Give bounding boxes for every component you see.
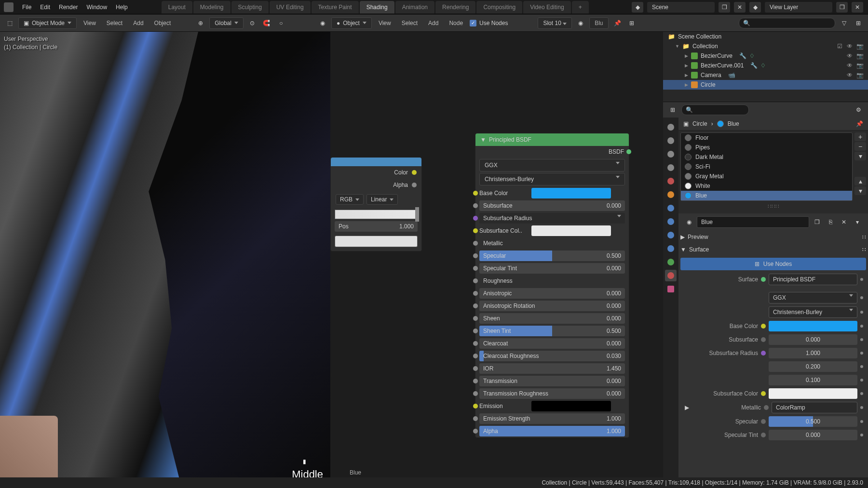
tab-material-icon[interactable] — [665, 270, 677, 281]
subsurface-slider[interactable]: Subsurface0.000 — [479, 200, 625, 211]
viewlayer-name-field[interactable]: View Layer — [765, 2, 832, 13]
properties-type-icon[interactable]: ⊞ — [667, 105, 678, 115]
material-name-field[interactable]: Blu — [589, 17, 609, 29]
outliner-item[interactable]: ▶Camera📹👁📷 — [663, 70, 868, 80]
anisotropic-rot-slider[interactable]: Anisotropic Rotation0.000 — [479, 301, 625, 311]
tab-sculpting[interactable]: Sculpting — [231, 1, 269, 13]
tab-render-icon[interactable] — [665, 121, 677, 133]
animate-icon[interactable] — [860, 278, 863, 281]
tab-world-icon[interactable] — [665, 175, 677, 187]
disclosure-icon[interactable]: ▶ — [685, 82, 688, 87]
socket-icon[interactable] — [761, 277, 766, 282]
add-menu-3d[interactable]: Add — [129, 18, 147, 28]
socket-icon[interactable] — [473, 228, 478, 233]
tab-scene-icon[interactable] — [665, 162, 677, 173]
sss-color-swatch[interactable] — [531, 225, 611, 236]
socket-icon[interactable] — [473, 429, 478, 434]
ssr-x-slider[interactable]: 1.000 — [769, 348, 857, 358]
specular-tint-slider[interactable]: Specular Tint0.000 — [479, 263, 625, 274]
colorramp-position-slider[interactable]: Pos1.000 — [335, 221, 418, 232]
outliner-collection[interactable]: ▼📁Collection☑👁📷 — [663, 41, 868, 51]
delete-viewlayer-icon[interactable]: ✕ — [852, 2, 863, 13]
eye-icon[interactable]: 👁 — [847, 72, 854, 79]
material-slot-item[interactable]: Pipes — [681, 143, 852, 152]
add-menu-node[interactable]: Add — [424, 18, 442, 28]
clearcoat-slider[interactable]: Clearcoat0.000 — [479, 338, 625, 349]
socket-icon[interactable] — [764, 405, 769, 410]
orientation-dropdown[interactable]: Global — [209, 17, 244, 29]
sheen-slider[interactable]: Sheen0.000 — [479, 313, 625, 324]
add-slot-button[interactable]: + — [854, 132, 866, 141]
camera-icon[interactable]: 📷 — [856, 72, 863, 79]
material-browse-icon[interactable]: ◉ — [683, 217, 695, 227]
tab-layout[interactable]: Layout — [162, 1, 192, 13]
new-material-icon[interactable]: ❐ — [811, 217, 823, 227]
tab-constraints-icon[interactable] — [665, 243, 677, 254]
new-collection-icon[interactable]: ⊞ — [853, 18, 864, 28]
socket-icon[interactable] — [473, 303, 478, 308]
ior-slider[interactable]: IOR1.450 — [479, 363, 625, 374]
sheen-tint-slider[interactable]: Sheen Tint0.500 — [479, 326, 625, 336]
output-color-socket[interactable]: Color — [331, 166, 421, 179]
viewport-3d[interactable]: User Perspective (1) Collection | Circle… — [0, 32, 330, 488]
disclosure-icon[interactable]: ▶ — [685, 53, 688, 58]
snap-icon[interactable]: 🧲 — [261, 18, 272, 28]
outliner-item-selected[interactable]: ▶Circle — [663, 80, 868, 90]
material-slot-dropdown[interactable]: Slot 10 — [538, 17, 572, 29]
remove-slot-button[interactable]: − — [854, 142, 866, 151]
new-viewlayer-icon[interactable]: ❐ — [836, 2, 848, 13]
transmission-rough-slider[interactable]: Transmission Roughness0.000 — [479, 388, 625, 399]
animate-icon[interactable] — [860, 420, 863, 423]
camera-icon[interactable]: 📷 — [856, 43, 863, 50]
socket-icon[interactable] — [473, 191, 478, 196]
scene-browse-icon[interactable]: ◆ — [632, 2, 643, 13]
view-menu-3d[interactable]: View — [80, 18, 100, 28]
animate-icon[interactable] — [860, 434, 863, 436]
material-slot-item[interactable]: Dark Metal — [681, 152, 852, 162]
material-specials-icon[interactable]: ▾ — [852, 217, 863, 227]
animate-icon[interactable] — [860, 379, 863, 382]
animate-icon[interactable] — [860, 365, 863, 368]
properties-search-input[interactable]: 🔍 — [681, 105, 749, 115]
outliner[interactable]: 📁Scene Collection ▼📁Collection☑👁📷 ▶Bezie… — [663, 32, 868, 102]
eye-icon[interactable]: 👁 — [847, 43, 854, 50]
subsurface-radius-dropdown[interactable]: Subsurface Radius — [479, 213, 625, 224]
socket-shader-icon[interactable] — [626, 149, 631, 154]
tab-uv-editing[interactable]: UV Editing — [270, 1, 311, 13]
pin-icon[interactable]: 📌 — [611, 18, 623, 28]
output-bsdf-socket[interactable]: BSDF — [475, 146, 629, 158]
base-color-swatch[interactable] — [531, 188, 611, 198]
clearcoat-rough-slider[interactable]: Clearcoat Roughness0.030 — [479, 351, 625, 361]
tab-animation[interactable]: Animation — [395, 1, 434, 13]
options-icon[interactable]: ⚙ — [853, 105, 864, 115]
disclosure-icon[interactable]: ▶ — [683, 404, 690, 411]
tab-modifiers-icon[interactable] — [665, 202, 677, 214]
tab-rendering[interactable]: Rendering — [435, 1, 475, 13]
tab-texture-icon[interactable] — [665, 283, 677, 295]
preview-panel-header[interactable]: ▶Preview∷ — [678, 231, 868, 243]
surface-panel-header[interactable]: ▼Surface∷ — [678, 243, 868, 256]
new-scene-icon[interactable]: ❐ — [719, 2, 730, 13]
node-header[interactable] — [331, 158, 421, 166]
material-slot-item[interactable]: Sci-Fi — [681, 162, 852, 171]
node-menu[interactable]: Node — [445, 18, 467, 28]
object-menu-3d[interactable]: Object — [150, 18, 175, 28]
socket-icon[interactable] — [473, 253, 478, 258]
outliner-search-input[interactable]: 🔍 — [739, 18, 835, 28]
drag-icon[interactable]: ∷ — [862, 234, 866, 240]
material-browse-icon[interactable]: ◉ — [575, 18, 586, 28]
colorramp-gradient[interactable] — [335, 210, 418, 219]
tab-data-icon[interactable] — [665, 256, 677, 268]
socket-icon[interactable] — [473, 291, 478, 296]
tab-modeling[interactable]: Modeling — [193, 1, 231, 13]
anisotropic-slider[interactable]: Anisotropic0.000 — [479, 288, 625, 299]
scene-name-field[interactable]: Scene — [647, 2, 715, 13]
specular-slider[interactable]: 0.500 — [769, 416, 857, 427]
animate-icon[interactable] — [860, 392, 863, 395]
animate-icon[interactable] — [860, 406, 863, 409]
principled-bsdf-node[interactable]: ▼Principled BSDF BSDF GGX Christensen-Bu… — [475, 133, 629, 438]
modifier-icon[interactable]: 🔧 — [750, 62, 758, 69]
node-header[interactable]: ▼Principled BSDF — [475, 133, 629, 146]
sss-color-swatch[interactable] — [769, 388, 857, 399]
menu-window[interactable]: Window — [86, 4, 107, 11]
